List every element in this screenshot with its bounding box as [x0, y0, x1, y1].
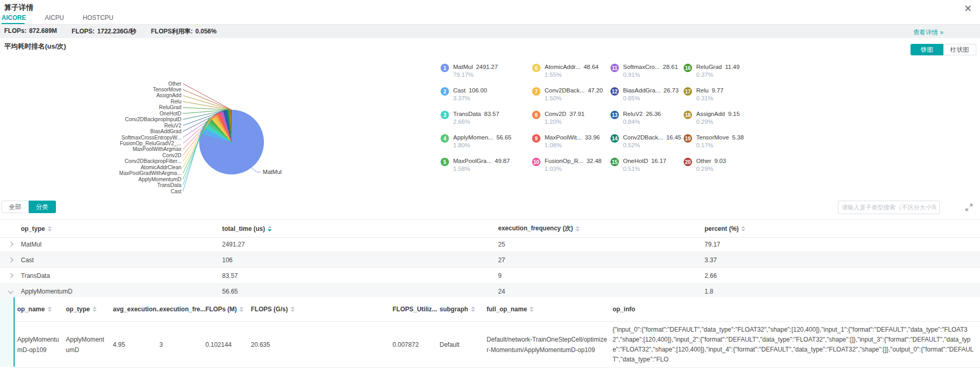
legend-item[interactable]: 3TransData83.572.66% — [441, 111, 532, 134]
expand-row-icon[interactable] — [8, 273, 13, 278]
sort-desc-caret — [239, 310, 244, 312]
table-row[interactable]: TransData83.5792.66 — [0, 268, 980, 284]
legend-item[interactable]: 11SoftmaxCro...28.610.91% — [610, 64, 684, 87]
column-header[interactable]: op_type — [66, 304, 113, 314]
pie-chart-button[interactable]: 饼图 — [910, 44, 943, 55]
flops-stats-bar: FLOPs:872.689MFLOPS:1722.236G/秒FLOPS利用率:… — [0, 25, 980, 38]
sort-icon[interactable] — [48, 226, 52, 231]
expand-row-icon[interactable] — [8, 242, 13, 247]
legend-rank-badge: 4 — [441, 134, 449, 143]
column-header[interactable]: full_op_name — [487, 304, 613, 314]
cell-flops-m: 0.102144 — [205, 340, 251, 350]
legend-item[interactable]: 13ReluV226.360.84% — [610, 111, 684, 134]
column-header[interactable]: op_type — [21, 225, 222, 232]
sort-desc-caret — [268, 229, 272, 231]
filter-all-button[interactable]: 全部 — [2, 201, 29, 213]
legend-item[interactable]: 14Conv2DBack...16.450.52% — [610, 134, 684, 158]
cell-op-type: TransData — [21, 272, 222, 279]
legend-rank-badge: 9 — [532, 134, 540, 143]
column-header[interactable]: execution_fre... — [159, 304, 205, 314]
sort-asc-caret — [741, 226, 745, 228]
expanded-detail-table: op_nameop_typeavg_execution...execution_… — [15, 297, 980, 368]
pie-label: MaxPoolWithArgmax — [0, 146, 181, 152]
legend-item[interactable]: 15OneHotD16.170.51% — [610, 158, 684, 181]
tab-aicpu[interactable]: AICPU — [45, 14, 64, 21]
sort-desc-caret — [93, 310, 97, 312]
legend-item[interactable]: 4ApplyMomen...56.651.80% — [441, 134, 532, 158]
legend-item[interactable]: 5MaxPoolGra...49.871.58% — [441, 158, 532, 181]
column-header[interactable]: percent (%) — [705, 225, 980, 232]
pie-label: OneHotD — [0, 111, 181, 116]
collapse-row-icon[interactable] — [8, 289, 13, 294]
column-header[interactable]: subgraph — [440, 304, 487, 314]
legend-item[interactable]: 12BiasAddGra...26.730.85% — [610, 87, 684, 111]
tab-aicore[interactable]: AICORE — [2, 14, 26, 21]
bar-chart-button[interactable]: 柱状图 — [943, 44, 976, 55]
legend-item[interactable]: 19TensorMove5.380.17% — [684, 134, 773, 158]
legend-op-value: 33.96 — [585, 134, 600, 141]
legend-op-percent: 1.55% — [545, 72, 598, 78]
sort-icon[interactable] — [471, 307, 475, 312]
legend-op-name: ApplyMomen... — [453, 134, 493, 141]
legend-item[interactable]: 7Conv2DBack...47.201.50% — [532, 87, 610, 111]
legend-item[interactable]: 10FusionOp_R...32.481.03% — [532, 158, 610, 181]
column-header[interactable]: FLOPs (M) — [205, 304, 251, 314]
view-details-link[interactable]: 查看详情 » — [913, 28, 943, 37]
sort-icon[interactable] — [291, 307, 295, 312]
legend-item[interactable]: 18AssignAdd9.150.29% — [684, 111, 773, 134]
op-type-search-input[interactable] — [838, 201, 940, 214]
sort-icon[interactable] — [93, 307, 97, 312]
pie-label: BiasAddGrad — [0, 128, 181, 134]
legend-op-value: 47.20 — [588, 87, 603, 94]
close-icon[interactable]: × — [964, 2, 972, 15]
legend-item[interactable]: 9MaxPoolWit...33.961.08% — [532, 134, 610, 158]
legend-op-value: 28.61 — [663, 64, 678, 70]
legend-item[interactable]: 2Cast106.003.37% — [441, 87, 532, 111]
filter-category-button[interactable]: 分类 — [29, 201, 56, 213]
expand-table-icon[interactable] — [965, 203, 973, 212]
sort-icon[interactable] — [741, 226, 745, 231]
expand-row-icon[interactable] — [8, 258, 13, 263]
legend-item[interactable]: 8Conv2D37.911.20% — [532, 111, 610, 134]
legend-item[interactable]: 1MatMul2491.2779.17% — [441, 64, 532, 87]
legend-op-percent: 0.85% — [623, 95, 678, 101]
legend-op-name: OneHotD — [623, 158, 648, 164]
legend-op-percent: 0.31% — [696, 95, 723, 101]
legend-item[interactable]: 20Other9.030.29% — [684, 158, 773, 181]
column-header[interactable]: execution_frequency (次) — [498, 224, 705, 233]
table-row[interactable]: MatMul2491.272579.17 — [0, 237, 980, 252]
stat-value: 1722.236G/秒 — [97, 28, 136, 35]
legend-item[interactable]: 6AtomicAddr...48.641.55% — [532, 64, 610, 87]
cell-full-op-name: Default/network-TrainOneStepCell/optimiz… — [487, 334, 613, 355]
column-header[interactable]: avg_execution... — [113, 304, 159, 314]
column-header[interactable]: op_info — [613, 304, 980, 314]
table-row[interactable]: Cast106273.37 — [0, 252, 980, 268]
cell-total-time: 56.65 — [222, 288, 498, 295]
legend-item[interactable]: 17Relu9.770.31% — [684, 87, 773, 111]
sort-icon[interactable] — [575, 226, 580, 231]
legend-op-percent: 1.50% — [545, 95, 603, 101]
stat-item: FLOPS利用率:0.056% — [151, 27, 217, 36]
legend-rank-badge: 20 — [684, 158, 692, 166]
sort-asc-caret — [48, 226, 52, 228]
column-header[interactable]: total_time (us) — [222, 225, 498, 232]
sort-icon[interactable] — [268, 226, 272, 231]
legend-rank-badge: 14 — [610, 134, 619, 143]
column-header[interactable]: FLOPS (G/s) — [251, 304, 393, 314]
legend-op-value: 5.38 — [732, 134, 744, 141]
sort-icon[interactable] — [48, 307, 52, 312]
tab-hostcpu[interactable]: HOSTCPU — [83, 14, 113, 21]
sort-icon[interactable] — [529, 307, 534, 312]
table-header-row: op_typetotal_time (us)execution_frequenc… — [0, 219, 980, 238]
cell-flops-utilization: 0.007872 — [393, 340, 440, 350]
legend-item[interactable]: 16ReluGrad11.490.37% — [684, 64, 773, 87]
pie-label: Other — [0, 81, 181, 87]
legend-op-name: AtomicAddr... — [545, 64, 580, 70]
detail-table-row: ApplyMomentumD-op109ApplyMomentumD4.9530… — [15, 322, 980, 368]
legend-op-percent: 1.58% — [453, 166, 510, 172]
sort-asc-caret — [291, 307, 295, 309]
column-header[interactable]: FLOPS_Utiliz... — [393, 304, 440, 314]
sort-icon[interactable] — [239, 307, 244, 312]
column-header[interactable]: op_name — [17, 304, 66, 314]
pie-label: ApplyMomentumD — [0, 177, 181, 182]
